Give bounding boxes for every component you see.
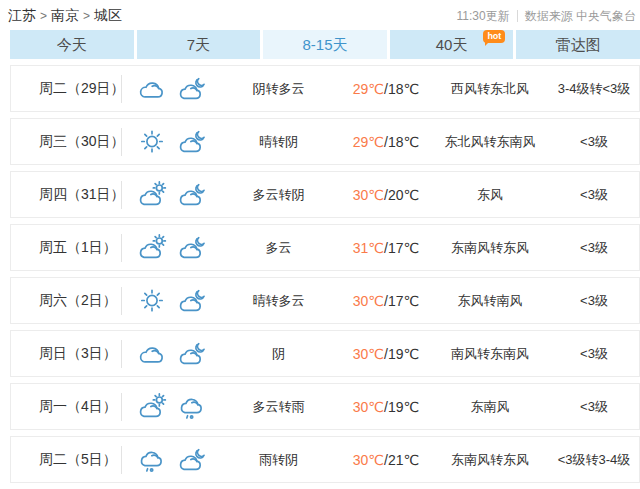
sun-icon	[136, 127, 168, 156]
wind-level: <3级	[549, 345, 639, 363]
weather-icons	[136, 339, 216, 368]
temperature: 30℃/17℃	[341, 293, 431, 309]
weather-text: 阴	[216, 345, 341, 363]
forecast-row: 周三（30日） 晴转阴 29℃/18℃ 东北风转东南风 <3级	[10, 118, 640, 165]
temp-low: /17℃	[384, 293, 419, 309]
weather-icons	[136, 74, 216, 103]
temp-low: /20℃	[384, 187, 419, 203]
day-label: 周五（1日）	[11, 239, 121, 257]
cloud-moon-icon	[176, 233, 208, 262]
temp-low: /18℃	[384, 81, 419, 97]
wind-level: <3级转3-4级	[549, 451, 639, 469]
tab-radar[interactable]: 雷达图	[516, 30, 640, 59]
temp-high: 30℃	[353, 346, 384, 362]
temp-high: 30℃	[353, 187, 384, 203]
weather-text: 多云转阴	[216, 186, 341, 204]
weather-text: 晴转阴	[216, 133, 341, 151]
forecast-row: 周二（5日） 雨转阴 30℃/21℃ 东南风转东风 <3级转3-4级	[10, 436, 640, 483]
tab-label: 雷达图	[556, 36, 601, 53]
hot-badge: hot	[483, 30, 505, 43]
breadcrumb-separator: >	[83, 9, 90, 23]
column-divider	[121, 234, 122, 262]
cloud-moon-icon	[176, 127, 208, 156]
weather-icons	[136, 445, 216, 474]
forecast-table: 周二（29日） 阴转多云 29℃/18℃ 西风转东北风 3-4级转<3级 周三（…	[0, 65, 640, 483]
cloud-icon	[136, 339, 168, 368]
data-source: 数据来源 中央气象台	[525, 8, 636, 25]
cloud-sun-icon	[136, 180, 168, 209]
update-time: 11:30更新	[457, 8, 510, 25]
breadcrumb-link[interactable]: 南京	[51, 7, 79, 23]
temp-high: 29℃	[353, 134, 384, 150]
day-label: 周三（30日）	[11, 133, 121, 151]
sun-icon	[136, 286, 168, 315]
day-label: 周二（5日）	[11, 451, 121, 469]
tab-label: 7天	[187, 36, 210, 53]
cloud-moon-icon	[176, 74, 208, 103]
wind-level: 3-4级转<3级	[549, 80, 639, 98]
cloud-sun-icon	[136, 392, 168, 421]
temperature: 30℃/20℃	[341, 187, 431, 203]
weather-icons	[136, 233, 216, 262]
column-divider	[121, 181, 122, 209]
cloud-moon-icon	[176, 445, 208, 474]
temperature: 30℃/19℃	[341, 346, 431, 362]
day-label: 周六（2日）	[11, 292, 121, 310]
tab-40-days[interactable]: 40天 hot	[390, 30, 514, 59]
wind-level: <3级	[549, 133, 639, 151]
top-bar: 江苏>南京>城区 11:30更新 数据来源 中央气象台	[0, 0, 640, 30]
forecast-row: 周五（1日） 多云 31℃/17℃ 东南风转东风 <3级	[10, 224, 640, 271]
forecast-row: 周一（4日） 多云转雨 30℃/19℃ 东南风 <3级	[10, 383, 640, 430]
tab-label: 40天	[436, 36, 468, 53]
cloud-rain-icon	[176, 392, 208, 421]
day-label: 周四（31日）	[11, 186, 121, 204]
weather-icons	[136, 180, 216, 209]
temp-high: 30℃	[353, 293, 384, 309]
wind-direction: 东北风转东南风	[431, 133, 549, 151]
column-divider	[121, 393, 122, 421]
column-divider	[121, 75, 122, 103]
temperature: 31℃/17℃	[341, 240, 431, 256]
breadcrumb-link[interactable]: 江苏	[8, 7, 36, 23]
wind-direction: 东风转南风	[431, 292, 549, 310]
weather-text: 雨转阴	[216, 451, 341, 469]
column-divider	[121, 340, 122, 368]
forecast-row: 周二（29日） 阴转多云 29℃/18℃ 西风转东北风 3-4级转<3级	[10, 65, 640, 112]
temp-high: 30℃	[353, 399, 384, 415]
cloud-sun-icon	[136, 233, 168, 262]
tab-today[interactable]: 今天	[10, 30, 134, 59]
temp-low: /19℃	[384, 399, 419, 415]
wind-direction: 西风转东北风	[431, 80, 549, 98]
wind-level: <3级	[549, 398, 639, 416]
weather-text: 晴转多云	[216, 292, 341, 310]
tab-7-days[interactable]: 7天	[137, 30, 261, 59]
forecast-row: 周六（2日） 晴转多云 30℃/17℃ 东风转南风 <3级	[10, 277, 640, 324]
column-divider	[121, 446, 122, 474]
temp-low: /17℃	[384, 240, 419, 256]
weather-icons	[136, 286, 216, 315]
weather-icons	[136, 127, 216, 156]
day-label: 周一（4日）	[11, 398, 121, 416]
temperature: 30℃/19℃	[341, 399, 431, 415]
wind-direction: 东风	[431, 186, 549, 204]
temp-low: /21℃	[384, 452, 419, 468]
wind-level: <3级	[549, 186, 639, 204]
cloud-moon-icon	[176, 286, 208, 315]
weather-icons	[136, 392, 216, 421]
weather-text: 多云	[216, 239, 341, 257]
temp-high: 30℃	[353, 452, 384, 468]
wind-level: <3级	[549, 292, 639, 310]
tab-8-15-days[interactable]: 8-15天	[263, 30, 387, 59]
update-meta: 11:30更新 数据来源 中央气象台	[457, 8, 636, 25]
weather-text: 多云转雨	[216, 398, 341, 416]
wind-level: <3级	[549, 239, 639, 257]
wind-direction: 东南风转东风	[431, 239, 549, 257]
column-divider	[121, 128, 122, 156]
temp-low: /18℃	[384, 134, 419, 150]
cloud-icon	[136, 74, 168, 103]
temp-low: /19℃	[384, 346, 419, 362]
forecast-row: 周四（31日） 多云转阴 30℃/20℃ 东风 <3级	[10, 171, 640, 218]
breadcrumb-link[interactable]: 城区	[94, 7, 122, 23]
day-label: 周日（3日）	[11, 345, 121, 363]
wind-direction: 东南风	[431, 398, 549, 416]
